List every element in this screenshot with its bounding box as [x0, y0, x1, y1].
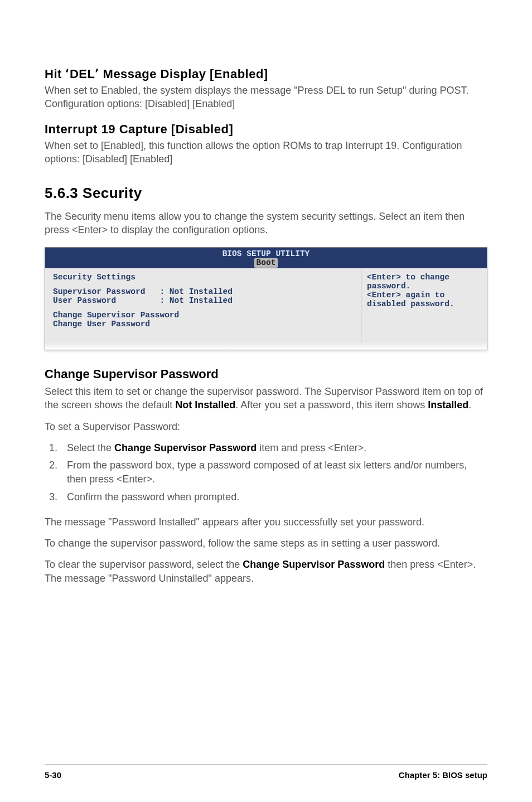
bios-title-bar: BIOS SETUP UTILITY Boot	[45, 248, 487, 268]
para-change-same-steps: To change the supervisor password, follo…	[45, 537, 487, 550]
para-to-set: To set a Supervisor Password:	[45, 420, 487, 433]
bios-help-pane: <Enter> to change password. <Enter> agai…	[361, 268, 487, 342]
heading-interrupt-19: Interrupt 19 Capture [Disabled]	[45, 122, 487, 137]
text-fragment: Select the	[67, 442, 114, 453]
bold-change-supervisor-password: Change Supervisor Password	[114, 442, 257, 453]
bios-title: BIOS SETUP UTILITY	[45, 249, 487, 259]
bios-left-pane: Security Settings Supervisor Password : …	[45, 268, 361, 342]
steps-list: Select the Change Supervisor Password it…	[60, 441, 487, 508]
para-password-installed: The message "Password Installed" appears…	[45, 515, 487, 529]
bios-change-user-password[interactable]: Change User Password	[53, 320, 353, 328]
bios-user-password-row: User Password : Not Installed	[53, 296, 353, 305]
step-3: Confirm the password when prompted.	[60, 490, 487, 504]
bold-installed: Installed	[428, 399, 468, 410]
bios-supervisor-password-row: Supervisor Password : Not Installed	[53, 287, 353, 296]
bios-fade	[45, 342, 487, 350]
text-interrupt-19: When set to [Enabled], this function all…	[45, 139, 487, 166]
heading-hit-del: Hit ʻDELʼ Message Display [Enabled]	[45, 67, 487, 81]
bios-change-supervisor-password[interactable]: Change Supervisor Password	[53, 311, 353, 320]
step-1: Select the Change Supervisor Password it…	[60, 441, 487, 455]
footer-chapter-title: Chapter 5: BIOS setup	[399, 770, 487, 780]
text-fragment: item and press <Enter>.	[257, 442, 366, 453]
para-clear-password: To clear the supervisor password, select…	[45, 558, 487, 585]
text-fragment: . After you set a password, this item sh…	[235, 399, 428, 410]
footer-page-number: 5-30	[45, 770, 61, 780]
page-footer: 5-30 Chapter 5: BIOS setup	[45, 764, 487, 780]
heading-security: 5.6.3 Security	[45, 185, 487, 202]
bios-security-settings-label: Security Settings	[53, 273, 353, 282]
bios-screenshot: BIOS SETUP UTILITY Boot Security Setting…	[45, 247, 487, 350]
text-hit-del: When set to Enabled, the system displays…	[45, 84, 487, 111]
bios-tab-boot: Boot	[254, 258, 278, 268]
bold-not-installed: Not Installed	[175, 399, 235, 410]
para-change-sup-1: Select this item to set or change the su…	[45, 385, 487, 412]
text-security-intro: The Security menu items allow you to cha…	[45, 210, 487, 237]
text-fragment: To clear the supervisor password, select…	[45, 559, 243, 570]
bold-change-supervisor-password-2: Change Supervisor Password	[243, 559, 385, 570]
text-fragment: .	[468, 399, 471, 410]
bios-body: Security Settings Supervisor Password : …	[45, 268, 487, 342]
heading-change-supervisor-password: Change Supervisor Password	[45, 367, 487, 381]
step-2: From the password box, type a password c…	[60, 458, 487, 486]
